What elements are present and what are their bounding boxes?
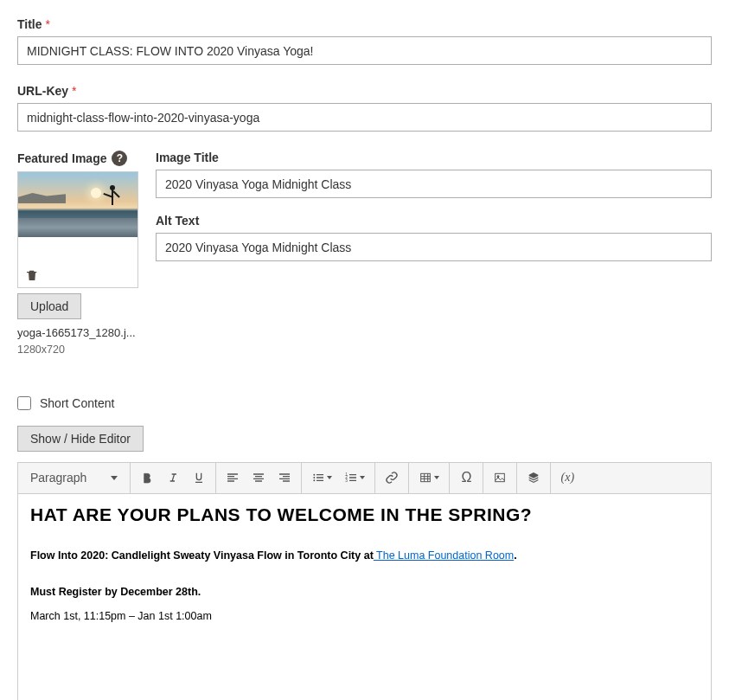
variable-button[interactable]: (x): [555, 466, 579, 490]
wysiwyg-editor: Paragraph 123 Ω: [17, 462, 712, 701]
link-button[interactable]: [380, 466, 404, 490]
italic-button[interactable]: [161, 466, 185, 490]
svg-point-2: [314, 479, 316, 481]
image-button[interactable]: [488, 466, 512, 490]
content-p2: Must Register by December 28th.: [30, 586, 699, 598]
short-content-row: Short Content: [17, 396, 712, 410]
svg-point-0: [314, 474, 316, 476]
format-select[interactable]: Paragraph: [22, 471, 126, 485]
svg-rect-6: [421, 473, 431, 481]
alt-text-label: Alt Text: [156, 214, 712, 228]
content-heading: HAT ARE YOUR PLANS TO WELCOME IN THE SPR…: [30, 504, 699, 525]
bold-button[interactable]: [135, 466, 159, 490]
editor-content[interactable]: HAT ARE YOUR PLANS TO WELCOME IN THE SPR…: [18, 494, 711, 701]
align-right-button[interactable]: [272, 466, 297, 490]
align-center-button[interactable]: [246, 466, 271, 490]
svg-point-1: [314, 477, 316, 478]
featured-image-col: Featured Image ? Upload yoga-1665173_128…: [17, 151, 138, 358]
content-p3: March 1st, 11:15pm – Jan 1st 1:00am: [30, 610, 699, 622]
image-meta-col: Image Title Alt Text: [156, 151, 712, 277]
urlkey-label: URL-Key: [17, 84, 712, 98]
delete-image-icon[interactable]: [25, 268, 39, 282]
urlkey-input[interactable]: [17, 103, 712, 132]
short-content-label: Short Content: [40, 396, 114, 410]
image-preview[interactable]: [17, 171, 138, 288]
upload-button[interactable]: Upload: [17, 293, 81, 319]
image-title-input[interactable]: [156, 170, 712, 198]
image-section: Featured Image ? Upload yoga-1665173_128…: [17, 151, 712, 358]
content-p1: Flow Into 2020: Candlelight Sweaty Vinya…: [30, 549, 699, 562]
align-left-button[interactable]: [221, 466, 245, 490]
table-button[interactable]: [413, 466, 444, 490]
bullet-list-button[interactable]: [306, 466, 337, 490]
underline-button[interactable]: [187, 466, 211, 490]
title-label: Title: [17, 17, 712, 31]
urlkey-field: URL-Key: [17, 84, 712, 132]
editor-toolbar: Paragraph 123 Ω: [18, 463, 711, 494]
toggle-editor-button[interactable]: Show / Hide Editor: [17, 426, 144, 452]
widget-button[interactable]: [521, 466, 546, 490]
title-input[interactable]: [17, 36, 712, 65]
file-dimensions: 1280x720: [17, 343, 138, 358]
image-title-label: Image Title: [156, 151, 712, 164]
help-icon[interactable]: ?: [112, 151, 127, 166]
svg-rect-7: [496, 473, 505, 481]
file-name: yoga-1665173_1280.j...: [17, 326, 138, 339]
featured-image-label: Featured Image: [17, 151, 106, 165]
alt-text-input[interactable]: [156, 233, 712, 261]
short-content-checkbox[interactable]: [17, 396, 31, 410]
numbered-list-button[interactable]: 123: [339, 466, 370, 490]
content-link[interactable]: The Luma Foundation Room: [374, 549, 514, 562]
alt-text-field: Alt Text: [156, 214, 712, 261]
svg-text:3: 3: [346, 478, 349, 483]
title-field: Title: [17, 17, 712, 65]
special-char-button[interactable]: Ω: [454, 466, 478, 490]
chevron-down-icon: [111, 476, 118, 480]
image-title-field: Image Title: [156, 151, 712, 198]
